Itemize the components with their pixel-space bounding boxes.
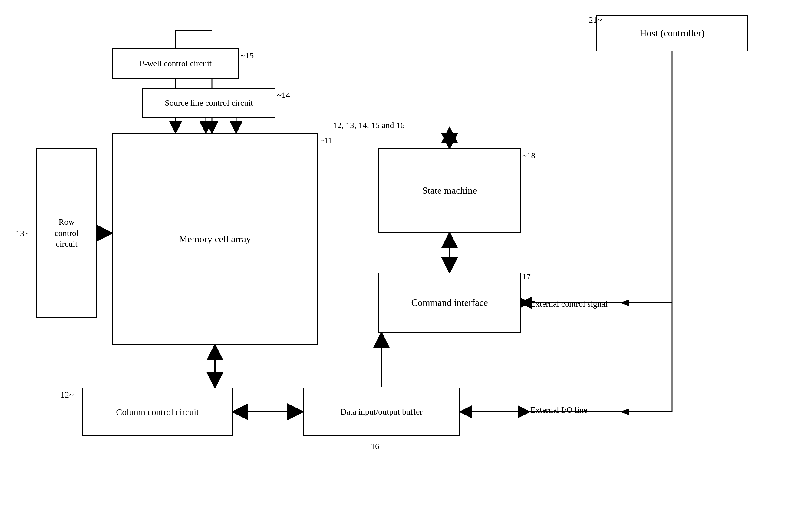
ext-ctrl-label: External control signal: [530, 299, 608, 309]
host-box: Host (controller): [596, 15, 748, 52]
ref-14: ~14: [277, 90, 290, 100]
state-machine-box: State machine: [379, 148, 521, 233]
command-interface-box: Command interface: [379, 273, 521, 333]
ext-io-label: External I/O line: [530, 405, 587, 415]
ref-15: ~15: [241, 51, 254, 60]
pwell-box: P-well control circuit: [112, 49, 239, 79]
ref-21: 21~: [589, 15, 602, 25]
data-buffer-box: Data input/output buffer: [303, 388, 460, 436]
ref-18: ~18: [522, 151, 535, 161]
row-box: Row control circuit: [36, 148, 97, 318]
diagram-container: Host (controller) P-well control circuit…: [0, 0, 808, 532]
ref-13: 13~: [16, 228, 29, 238]
ref-11: ~11: [319, 136, 332, 145]
source-box: Source line control circuit: [142, 88, 275, 118]
memory-box: Memory cell array: [112, 133, 318, 345]
buses-label: 12, 13, 14, 15 and 16: [333, 121, 404, 130]
column-box: Column control circuit: [82, 388, 233, 436]
ref-16: 16: [371, 441, 379, 451]
ref-17: 17: [522, 272, 531, 281]
ref-12: 12~: [60, 390, 74, 400]
